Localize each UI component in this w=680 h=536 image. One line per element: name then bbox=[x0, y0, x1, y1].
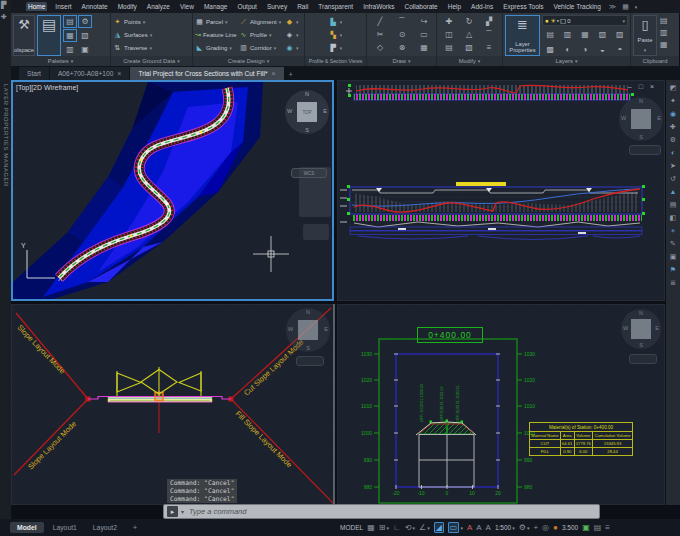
layers-panel-label[interactable]: Layers▾ bbox=[503, 56, 630, 66]
isodraft-icon[interactable]: ◢ bbox=[434, 522, 444, 533]
profile-view-button[interactable]: ▙▾ bbox=[329, 15, 343, 28]
rectangle-icon[interactable]: ▭ bbox=[413, 28, 435, 41]
menu-tab-annotate[interactable]: Annotate bbox=[80, 2, 110, 11]
layer-unisolate-icon[interactable]: ▥ bbox=[559, 27, 575, 41]
wcs-selector[interactable] bbox=[629, 354, 657, 364]
command-input[interactable] bbox=[187, 506, 596, 517]
viewcube[interactable]: NS WE bbox=[619, 97, 663, 141]
grading-button[interactable]: ◣ Grading▾ bbox=[195, 41, 237, 54]
line-icon[interactable]: ╱ bbox=[369, 15, 391, 28]
corridor-button[interactable]: ▥ Corridor▾ bbox=[239, 41, 283, 54]
viewcube[interactable]: TOP NS WE bbox=[285, 90, 329, 134]
wcs-selector[interactable] bbox=[296, 356, 324, 366]
modify-panel-label[interactable]: Modify▾ bbox=[437, 56, 502, 66]
grid-icon[interactable]: ▦ bbox=[367, 523, 375, 532]
ribbon-collapse-icon[interactable]: ≫ bbox=[609, 3, 616, 11]
annotation-scale-select[interactable]: 1:500▾ bbox=[495, 524, 515, 531]
matchprop-icon[interactable]: ▦ bbox=[659, 39, 669, 50]
layer-isolate-icon[interactable]: ▤ bbox=[542, 27, 558, 41]
parcel-button[interactable]: ▦ Parcel▾ bbox=[195, 15, 237, 28]
polyline-icon[interactable]: ↪ bbox=[413, 15, 435, 28]
restore-icon[interactable]: □ bbox=[639, 83, 643, 90]
menu-tab-transparent[interactable]: Transparent bbox=[316, 2, 355, 11]
assembly-button[interactable]: ◆▾ bbox=[285, 15, 301, 28]
close-icon[interactable]: × bbox=[650, 83, 654, 90]
level-of-detail-value[interactable]: 3.500 bbox=[562, 524, 578, 531]
pin-icon[interactable]: ✚ bbox=[1, 13, 7, 21]
create-design-panel-label[interactable]: Create Design▾ bbox=[193, 56, 304, 66]
trim-icon[interactable]: ✂ bbox=[369, 28, 391, 41]
rotate-icon[interactable]: ↻ bbox=[459, 15, 479, 28]
toolspace-toggle-button[interactable]: ▤ bbox=[37, 15, 61, 56]
command-icon[interactable]: ▸ bbox=[167, 506, 178, 517]
menu-tab-modify[interactable]: Modify bbox=[116, 2, 139, 11]
layer-off-icon[interactable]: ▧ bbox=[594, 27, 610, 41]
sample-lines-button[interactable]: ▚▾ bbox=[329, 28, 343, 41]
snap-icon[interactable]: ⊞ bbox=[379, 523, 386, 532]
menu-tab-help[interactable]: Help bbox=[446, 2, 463, 11]
polar-icon[interactable]: ⟲ bbox=[405, 523, 412, 532]
viewport-slope-layout[interactable]: Slope Layout Mode Cut Slope Layout Mode … bbox=[11, 304, 334, 505]
menu-tab-collaborate[interactable]: Collaborate bbox=[402, 2, 439, 11]
tool-icon-15[interactable]: ⚑ bbox=[670, 266, 676, 274]
layer-freeze-icon[interactable]: ▦ bbox=[577, 27, 593, 41]
tab-start[interactable]: Start bbox=[19, 67, 49, 80]
tab-layout1[interactable]: Layout1 bbox=[46, 522, 84, 533]
create-ground-data-panel-label[interactable]: Create Ground Data▾ bbox=[111, 56, 192, 66]
arc-icon[interactable]: ⌒ bbox=[391, 15, 413, 28]
tool-icon-11[interactable]: ◧ bbox=[670, 214, 677, 222]
mirror-icon[interactable]: △ bbox=[459, 28, 479, 41]
annotation-autoscale-icon[interactable]: A bbox=[476, 523, 481, 532]
menu-tab-infraworks[interactable]: InfraWorks bbox=[361, 2, 396, 11]
close-icon[interactable]: × bbox=[117, 70, 121, 77]
menu-tab-manage[interactable]: Manage bbox=[202, 2, 230, 11]
tool-icon-5[interactable]: ⚙ bbox=[670, 136, 676, 144]
wcs-selector[interactable] bbox=[629, 145, 661, 155]
properties-palette-icon[interactable]: ▤ bbox=[63, 15, 77, 28]
tool-icon-12[interactable]: ⌖ bbox=[671, 227, 675, 235]
tool-icon-16[interactable]: ≣ bbox=[670, 279, 676, 287]
layer-properties-manager-tab[interactable]: LAYER PROPERTIES MANAGER bbox=[3, 84, 9, 187]
viewport-label[interactable]: [Top][2D Wireframe] bbox=[16, 84, 78, 91]
tool-icon-13[interactable]: ✎ bbox=[670, 240, 676, 248]
menu-tab-home[interactable]: Home bbox=[26, 2, 47, 11]
tool-icon-8[interactable]: ↺ bbox=[670, 175, 676, 183]
tool-icon-9[interactable]: ▲ bbox=[670, 188, 677, 196]
wcs-selector[interactable]: WCS bbox=[291, 168, 327, 178]
scale-icon[interactable]: ▞ bbox=[479, 15, 499, 28]
layer-unlock-icon[interactable]: ◒ bbox=[594, 42, 610, 56]
layer-properties-button[interactable]: ≣ Layer Properties bbox=[505, 15, 540, 56]
feature-line-button[interactable]: ↝ Feature Line▾ bbox=[195, 28, 237, 41]
offset-icon[interactable]: ▧ bbox=[459, 41, 479, 54]
ortho-icon[interactable]: ∟ bbox=[393, 523, 401, 532]
sheetset-icon[interactable]: ▥ bbox=[63, 43, 77, 56]
survey-palette-icon[interactable]: ▦ bbox=[63, 29, 77, 42]
tool-icon-3[interactable]: ◉ bbox=[670, 110, 676, 118]
close-icon[interactable]: × bbox=[272, 70, 276, 77]
polygon-icon[interactable]: ◇ bbox=[369, 41, 391, 54]
hamburger-menu-icon[interactable]: ≡ bbox=[605, 523, 610, 532]
layer-lockdown-icon[interactable]: ◑ bbox=[577, 42, 593, 56]
viewport-divider[interactable] bbox=[333, 304, 335, 505]
tool-icon-7[interactable]: ➤ bbox=[670, 162, 676, 170]
new-drawing-button[interactable]: + bbox=[285, 69, 297, 80]
draw-panel-label[interactable]: Draw▾ bbox=[367, 56, 436, 66]
hatch-icon[interactable]: ▦ bbox=[413, 41, 435, 54]
intersection-button[interactable]: ◈▾ bbox=[285, 28, 301, 41]
minimize-icon[interactable]: – bbox=[628, 83, 632, 90]
move-icon[interactable]: ✚ bbox=[439, 15, 459, 28]
annotation-visibility-icon[interactable]: A bbox=[467, 523, 472, 532]
toolpalettes-icon[interactable]: ▧ bbox=[78, 29, 92, 42]
osnap-icon[interactable]: ∠ bbox=[419, 523, 426, 532]
viewport-plan-view[interactable]: Y X [Top][2D Wireframe] TOP NS WE WCS bbox=[11, 80, 334, 301]
profile-button[interactable]: ∿ Profile▾ bbox=[239, 28, 283, 41]
tool-icon-6[interactable]: ◐ bbox=[671, 149, 675, 157]
palettes-panel-label[interactable]: Palettes▾ bbox=[11, 56, 110, 66]
gear-icon[interactable]: ⚙ bbox=[519, 523, 526, 532]
pipe-network-button[interactable]: ◉▾ bbox=[285, 41, 301, 54]
layer-walk-icon[interactable]: ◓ bbox=[612, 42, 628, 56]
ellipse-icon[interactable]: ⊗ bbox=[391, 41, 413, 54]
tab-layout2[interactable]: Layout2 bbox=[86, 522, 124, 533]
menu-tab-rail[interactable]: Rail bbox=[295, 2, 310, 11]
menu-tab-survey[interactable]: Survey bbox=[265, 2, 289, 11]
